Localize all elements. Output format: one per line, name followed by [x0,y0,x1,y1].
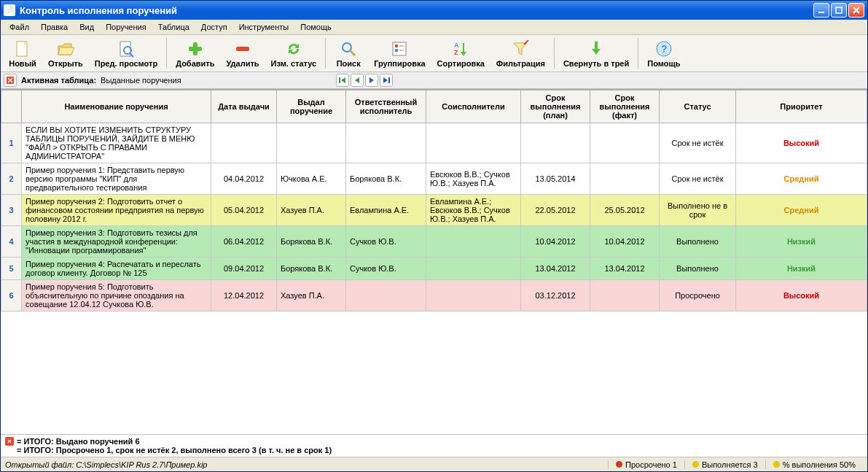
cell-responsible[interactable]: Сучков Ю.В. [346,258,426,280]
cell-priority[interactable]: Высокий [736,280,867,312]
col-due-fact[interactable]: Срок выполнения (факт) [590,90,660,123]
cell-date[interactable]: 04.04.2012 [211,163,277,195]
menu-view[interactable]: Вид [74,21,100,33]
cell-responsible[interactable] [346,123,426,163]
cell-due-plan[interactable]: 22.05.2012 [521,195,590,226]
cell-issuer[interactable]: Ючкова А.Е. [277,163,346,195]
menu-file[interactable]: Файл [4,21,35,33]
table-scroll[interactable]: Наименование поручения Дата выдачи Выдал… [1,89,867,434]
cell-responsible[interactable]: Сучков Ю.В. [346,226,426,258]
cell-num[interactable]: 4 [1,226,22,258]
cell-date[interactable]: 06.04.2012 [211,226,277,258]
cell-responsible[interactable] [346,280,426,312]
close-button[interactable] [848,3,864,18]
cell-priority[interactable]: Низкий [736,258,867,280]
cell-issuer[interactable]: Хазуев П.А. [277,280,346,312]
change-status-button[interactable]: Изм. статус [266,36,322,70]
cell-name[interactable]: ЕСЛИ ВЫ ХОТИТЕ ИЗМЕНИТЬ СТРУКТУРУ ТАБЛИЦ… [22,123,211,163]
maximize-button[interactable] [831,3,847,18]
new-button[interactable]: Новый [4,36,42,70]
cell-responsible[interactable]: Борякова В.К. [346,163,426,195]
nav-next-button[interactable] [365,74,378,87]
cell-num[interactable]: 2 [1,163,22,195]
cell-due-plan[interactable]: 13.05.2014 [521,163,590,195]
menu-tasks[interactable]: Поручения [100,21,152,33]
cell-issuer[interactable]: Хазуев П.А. [277,195,346,226]
cell-priority[interactable]: Средний [736,195,867,226]
cell-status[interactable]: Выполнено [660,226,736,258]
cell-due-plan[interactable]: 10.04.2012 [521,226,590,258]
cell-issuer[interactable]: Борякова В.К. [277,258,346,280]
cell-co[interactable] [426,226,521,258]
cell-num[interactable]: 5 [1,258,22,280]
cell-due-fact[interactable] [590,163,660,195]
col-responsible[interactable]: Ответственный исполнитель [346,90,426,123]
cell-due-fact[interactable] [590,123,660,163]
table-row[interactable]: 1ЕСЛИ ВЫ ХОТИТЕ ИЗМЕНИТЬ СТРУКТУРУ ТАБЛИ… [1,123,867,163]
cell-due-plan[interactable] [521,123,590,163]
cell-date[interactable]: 09.04.2012 [211,258,277,280]
nav-prev-button[interactable] [351,74,364,87]
cell-responsible[interactable]: Евлампина А.Е. [346,195,426,226]
cell-due-fact[interactable]: 13.04.2012 [590,258,660,280]
col-name[interactable]: Наименование поручения [22,90,211,123]
cell-num[interactable]: 1 [1,123,22,163]
table-row[interactable]: 6Пример поручения 5: Подготовить объясни… [1,280,867,312]
cell-num[interactable]: 6 [1,280,22,312]
menu-table[interactable]: Таблица [152,21,195,33]
cell-due-fact[interactable] [590,280,660,312]
search-button[interactable]: Поиск [329,36,367,70]
table-row[interactable]: 2Пример поручения 1: Представить первую … [1,163,867,195]
col-issuer[interactable]: Выдал поручение [277,90,346,123]
cell-co[interactable] [426,280,521,312]
cell-status[interactable]: Выполнено [660,258,736,280]
cell-due-plan[interactable]: 13.04.2012 [521,258,590,280]
cell-date[interactable]: 12.04.2012 [211,280,277,312]
menu-help[interactable]: Помощь [294,21,337,33]
cell-priority[interactable]: Низкий [736,226,867,258]
cell-date[interactable] [211,123,277,163]
cell-due-fact[interactable]: 10.04.2012 [590,226,660,258]
cell-date[interactable]: 05.04.2012 [211,195,277,226]
cell-due-plan[interactable]: 03.12.2012 [521,280,590,312]
cell-co[interactable] [426,123,521,163]
minimize-button[interactable] [813,3,829,18]
tray-button[interactable]: Свернуть в трей [558,36,634,70]
delete-button[interactable]: Удалить [221,36,264,70]
open-button[interactable]: Открыть [43,36,88,70]
table-row[interactable]: 5Пример поручения 4: Распечатать и перес… [1,258,867,280]
cell-issuer[interactable] [277,123,346,163]
help-button[interactable]: ? Помощь [642,36,685,70]
add-button[interactable]: Добавить [171,36,219,70]
nav-last-button[interactable] [380,74,393,87]
nav-first-button[interactable] [336,74,349,87]
table-row[interactable]: 4Пример поручения 3: Подготовить тезисы … [1,226,867,258]
cell-num[interactable]: 3 [1,195,22,226]
cell-co[interactable] [426,258,521,280]
col-status[interactable]: Статус [660,90,736,123]
cell-priority[interactable]: Высокий [736,123,867,163]
cell-status[interactable]: Просрочено [660,280,736,312]
cell-name[interactable]: Пример поручения 3: Подготовить тезисы д… [22,226,211,258]
cell-co[interactable]: Евлампина А.Е.; Евсюков В.В.; Сучков Ю.В… [426,195,521,226]
col-due-plan[interactable]: Срок выполнения (план) [521,90,590,123]
preview-button[interactable]: Пред. просмотр [90,36,163,70]
sort-button[interactable]: AZ Сортировка [432,36,490,70]
cell-name[interactable]: Пример поручения 4: Распечатать и пересл… [22,258,211,280]
col-num[interactable] [1,90,22,123]
close-table-button[interactable] [4,74,17,87]
cell-issuer[interactable]: Борякова В.К. [277,226,346,258]
cell-name[interactable]: Пример поручения 5: Подготовить объяснит… [22,280,211,312]
col-co[interactable]: Соисполнители [426,90,521,123]
menu-access[interactable]: Доступ [195,21,233,33]
menu-edit[interactable]: Правка [35,21,74,33]
table-row[interactable]: 3Пример поручения 2: Подготовить отчет о… [1,195,867,226]
cell-name[interactable]: Пример поручения 1: Представить первую в… [22,163,211,195]
col-date[interactable]: Дата выдачи [211,90,277,123]
menu-tools[interactable]: Инструменты [233,21,295,33]
cell-priority[interactable]: Средний [736,163,867,195]
cell-status[interactable]: Выполнено не в срок [660,195,736,226]
cell-status[interactable]: Срок не истёк [660,163,736,195]
group-button[interactable]: Группировка [369,36,430,70]
cell-name[interactable]: Пример поручения 2: Подготовить отчет о … [22,195,211,226]
